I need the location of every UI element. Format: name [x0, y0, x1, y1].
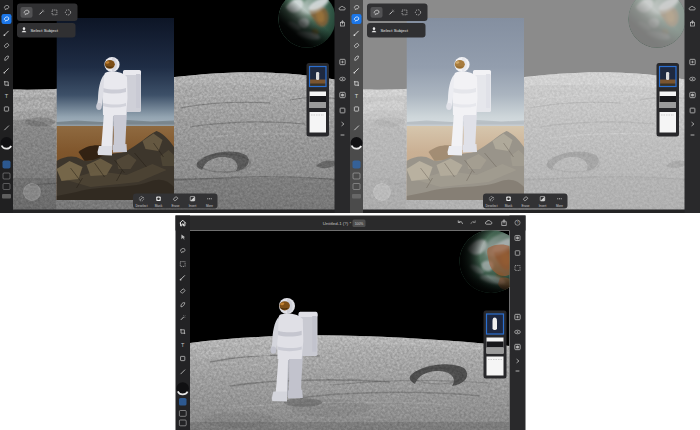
svg-text:Select Subject: Select Subject	[381, 28, 409, 33]
svg-text:Erase: Erase	[171, 204, 179, 208]
svg-text:Mask: Mask	[505, 204, 513, 208]
svg-text:Invert: Invert	[539, 204, 547, 208]
svg-text:More: More	[556, 204, 563, 208]
svg-text:?: ?	[516, 221, 518, 225]
svg-text:Erase: Erase	[521, 204, 529, 208]
svg-text:Untitled-1 (?) *: Untitled-1 (?) *	[323, 221, 352, 226]
svg-text:Invert: Invert	[189, 204, 197, 208]
svg-text:Mask: Mask	[155, 204, 163, 208]
svg-text:Deselect: Deselect	[135, 204, 147, 208]
svg-text:Select Subject: Select Subject	[31, 28, 59, 33]
svg-text:100%: 100%	[355, 222, 364, 226]
svg-text:More: More	[206, 204, 213, 208]
svg-text:Deselect: Deselect	[485, 204, 497, 208]
